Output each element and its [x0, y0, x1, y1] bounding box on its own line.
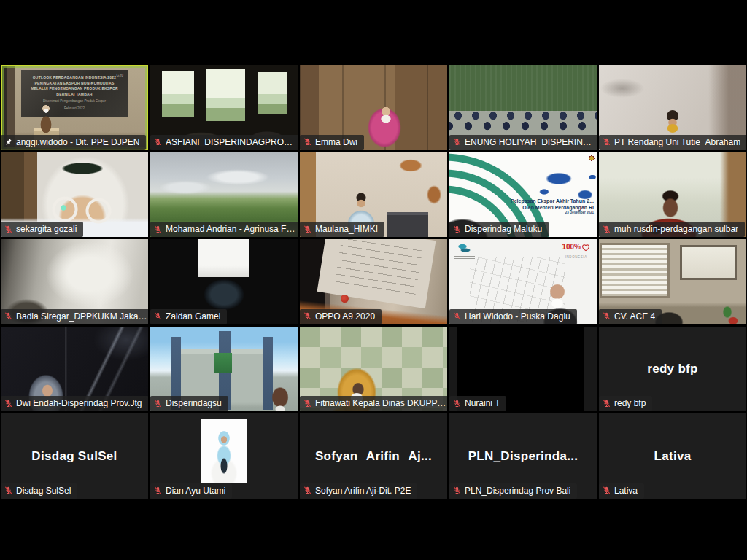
- participant-name: OPPO A9 2020: [315, 311, 375, 322]
- participant-name: muh rusdin-perdagangan sulbar: [614, 224, 738, 234]
- participant-name-tag: OPPO A9 2020: [300, 309, 382, 324]
- muted-mic-icon: [303, 138, 311, 146]
- tile-muh-rusdin[interactable]: muh rusdin-perdagangan sulbar: [599, 152, 746, 238]
- participant-name: ASFIANI_DISPERINDAGPROVBKL: [166, 137, 297, 147]
- tile-disperindagsu[interactable]: Disperindagsu: [150, 327, 298, 412]
- tile-mohamad-andrian[interactable]: Mohamad Andrian - Agrinusa Far...: [150, 152, 298, 238]
- seminar-banner: G20 OUTLOOK PERDAGANGAN INDONESIA 2022 P…: [21, 70, 128, 117]
- heart-icon: [581, 244, 590, 252]
- participant-name-tag: Zaidan Gamel: [150, 309, 227, 324]
- tile-sekargita[interactable]: sekargita gozali: [1, 152, 148, 238]
- tile-lativa[interactable]: Lativa Lativa: [599, 413, 746, 499]
- muted-mic-icon: [154, 225, 162, 233]
- muted-mic-icon: [303, 486, 311, 494]
- muted-mic-icon: [603, 486, 611, 494]
- tile-emma-dwi[interactable]: Emma Dwi: [300, 65, 447, 150]
- muted-mic-icon: [603, 225, 611, 233]
- tile-disperindag-maluku[interactable]: Pelepasan Ekspor Akhir Tahun 2... Oleh M…: [449, 152, 597, 238]
- participant-name: Dwi Endah-Disperindag Prov.Jtg: [16, 398, 142, 408]
- tile-sofyan-arifin[interactable]: Sofyan Arifin Aj... Sofyan Arifin Aji-Di…: [300, 413, 447, 499]
- participant-name: Nuraini T: [465, 398, 500, 408]
- tile-maulana-himki[interactable]: Maulana_HIMKI: [300, 152, 447, 238]
- muted-mic-icon: [453, 225, 461, 233]
- tile-zaidan-gamel[interactable]: Zaidan Gamel: [150, 239, 298, 324]
- participant-name: Hari Widodo - Puska Daglu: [465, 311, 570, 322]
- participant-name-tag: CV. ACE 4: [599, 309, 662, 324]
- muted-mic-icon: [303, 225, 311, 233]
- tile-asfiani[interactable]: ASFIANI_DISPERINDAGPROVBKL: [150, 65, 298, 150]
- participant-name-tag: Badia Siregar_DPPKUKM Jakarta: [1, 309, 148, 324]
- logo-country-text: INDONESIA: [562, 256, 590, 260]
- tile-enung-holiyah[interactable]: ENUNG HOLIYAH_DISPERINDAG ...: [449, 65, 597, 150]
- participant-name-tag: Dian Ayu Utami: [150, 483, 232, 499]
- muted-mic-icon: [303, 400, 311, 408]
- 100-percent-indonesia-logo: 100% INDONESIA: [562, 244, 590, 260]
- participant-name: anggi.widodo - Dit. PPE DJPEN: [16, 137, 139, 147]
- g20-logo: G20: [117, 73, 123, 77]
- participant-name-tag: sekargita gozali: [1, 222, 83, 237]
- participant-name: CV. ACE 4: [614, 311, 655, 322]
- muted-mic-icon: [154, 312, 162, 320]
- banner-subline: Diseminasi Pengembangan Produk Ekspor: [43, 99, 106, 104]
- participant-name-tag: Mohamad Andrian - Agrinusa Far...: [150, 222, 298, 237]
- participant-name: Disdag SulSel: [16, 486, 71, 496]
- participant-name: Mohamad Andrian - Agrinusa Far...: [166, 224, 297, 234]
- participant-name-tag: Dwi Endah-Disperindag Prov.Jtg: [1, 396, 148, 411]
- banner-line: OUTLOOK PERDAGANGAN INDONESIA 2022: [33, 75, 116, 81]
- muted-mic-icon: [603, 400, 611, 408]
- tile-redy-bfp[interactable]: redy bfp redy bfp: [599, 327, 746, 412]
- participant-name: sekargita gozali: [16, 224, 77, 234]
- logo-percent-text: 100%: [562, 244, 581, 251]
- muted-mic-icon: [453, 400, 461, 408]
- participant-name: Fitriawati Kepala Dinas DKUPP Kot...: [315, 398, 446, 408]
- participant-name: PT Rendang Uni Tutie_Abraham: [614, 137, 740, 147]
- tile-dwi-endah[interactable]: Dwi Endah-Disperindag Prov.Jtg: [1, 327, 148, 412]
- participant-name: ENUNG HOLIYAH_DISPERINDAG ...: [465, 137, 596, 147]
- muted-mic-icon: [154, 138, 162, 146]
- participant-name-tag: Disperindagsu: [150, 396, 228, 411]
- event-banner-text: Pelepasan Ekspor Akhir Tahun 2... Oleh M…: [509, 198, 594, 215]
- tile-anggi-widodo[interactable]: G20 OUTLOOK PERDAGANGAN INDONESIA 2022 P…: [1, 65, 148, 150]
- participant-name: redy bfp: [614, 398, 646, 408]
- tile-disdag-sulsel[interactable]: Disdag SulSel Disdag SulSel: [1, 413, 148, 499]
- tile-badia-siregar[interactable]: Badia Siregar_DPPKUKM Jakarta: [1, 239, 148, 324]
- banner-line: Oleh Menteri Perdagangan RI: [509, 204, 594, 211]
- participant-name-tag: Maulana_HIMKI: [300, 222, 384, 237]
- participant-name: Disperindag Maluku: [465, 224, 542, 234]
- banner-line: MELALUI PENGEMBANGAN PRODUK EKSPOR: [31, 86, 118, 92]
- participant-name: Maulana_HIMKI: [315, 224, 378, 234]
- tile-cv-ace-4[interactable]: CV. ACE 4: [599, 239, 746, 324]
- banner-line: Pelepasan Ekspor Akhir Tahun 2...: [509, 198, 594, 204]
- participant-name-tag: Nuraini T: [449, 396, 506, 411]
- participant-name-tag: Sofyan Arifin Aji-Dit. P2E: [300, 483, 417, 499]
- participant-name-tag: Hari Widodo - Puska Daglu: [449, 309, 577, 324]
- muted-mic-icon: [4, 312, 12, 320]
- tile-nuraini-t[interactable]: Nuraini T: [449, 327, 597, 412]
- participant-name-tag: anggi.widodo - Dit. PPE DJPEN: [1, 135, 146, 150]
- participant-name: Dian Ayu Utami: [166, 486, 225, 496]
- banner-subline: Februari 2022: [64, 106, 85, 112]
- profile-avatar: [201, 419, 247, 483]
- muted-mic-icon: [603, 312, 611, 320]
- participant-name-tag: Disdag SulSel: [1, 483, 77, 499]
- banner-line: PENINGKATAN EKSPOR NON-KOMODITAS: [34, 81, 114, 87]
- tile-oppo-a9[interactable]: OPPO A9 2020: [300, 239, 447, 324]
- muted-mic-icon: [453, 138, 461, 146]
- muted-mic-icon: [154, 486, 162, 494]
- participant-name: Emma Dwi: [315, 137, 357, 147]
- participant-name: Lativa: [614, 486, 638, 496]
- banner-line: BERNILAI TAMBAH: [56, 92, 92, 98]
- participant-name-tag: Lativa: [599, 483, 644, 499]
- tile-dian-ayu-utami[interactable]: Dian Ayu Utami: [150, 413, 298, 499]
- participant-name-tag: Disperindag Maluku: [449, 222, 549, 237]
- tile-pt-rendang[interactable]: PT Rendang Uni Tutie_Abraham: [599, 65, 746, 150]
- tile-pln-disperindag-bali[interactable]: PLN_Disperinda... PLN_Disperindag Prov B…: [449, 413, 597, 499]
- participant-name-tag: PT Rendang Uni Tutie_Abraham: [599, 135, 746, 150]
- tile-fitriawati[interactable]: Fitriawati Kepala Dinas DKUPP Kot...: [300, 327, 447, 412]
- participant-name-tag: ENUNG HOLIYAH_DISPERINDAG ...: [449, 135, 597, 150]
- participant-name-tag: PLN_Disperindag Prov Bali: [449, 483, 577, 499]
- participant-name: Sofyan Arifin Aji-Dit. P2E: [315, 486, 411, 496]
- tile-hari-widodo[interactable]: 100% INDONESIA Hari Widodo - Puska Daglu: [449, 239, 597, 324]
- banner-date: 23 Desember 2021: [509, 211, 594, 215]
- muted-mic-icon: [154, 400, 162, 408]
